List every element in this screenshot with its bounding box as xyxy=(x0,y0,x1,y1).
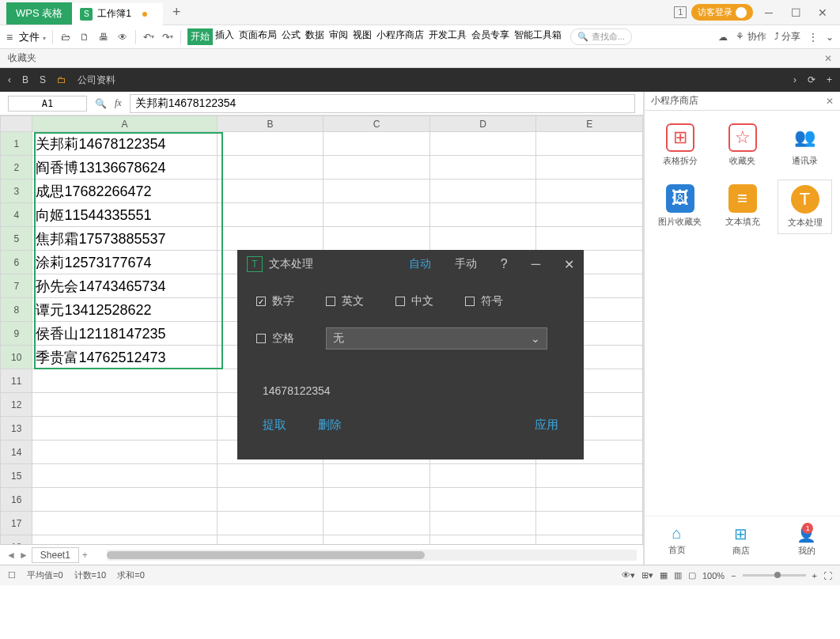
new-tab-button[interactable]: + xyxy=(172,4,181,21)
maximize-button[interactable]: ☐ xyxy=(785,2,807,24)
row-header[interactable]: 5 xyxy=(1,227,32,251)
zoom-out-icon[interactable]: − xyxy=(731,571,736,580)
row-header[interactable]: 15 xyxy=(1,464,32,488)
view-page-icon[interactable]: ▥ xyxy=(674,570,682,580)
add-sheet-icon[interactable]: + xyxy=(82,550,88,561)
bottom-mine[interactable]: 👤1我的 xyxy=(796,524,816,557)
tile-split[interactable]: ⊞表格拆分 xyxy=(653,119,707,172)
ribbon-smart[interactable]: 智能工具箱 xyxy=(512,28,564,45)
cell[interactable]: 阎香博13136678624 xyxy=(32,156,217,180)
apply-button[interactable]: 应用 xyxy=(535,418,558,433)
pages-icon[interactable]: 1 xyxy=(674,6,687,18)
share-button[interactable]: ⤴ 分享 xyxy=(774,30,800,43)
checkbox-english[interactable]: 英文 xyxy=(326,294,364,308)
file-menu[interactable]: 文件 ▾ xyxy=(19,30,46,44)
collab-button[interactable]: ⚘ 协作 xyxy=(736,30,766,43)
row-header[interactable]: 11 xyxy=(1,369,32,393)
cell[interactable]: 向姬11544335551 xyxy=(32,203,217,227)
bottom-store[interactable]: ⊞商店 xyxy=(732,524,750,557)
bottom-home[interactable]: ⌂首页 xyxy=(668,524,686,557)
ribbon-start[interactable]: 开始 xyxy=(187,28,213,45)
checkbox-chinese[interactable]: 中文 xyxy=(395,294,433,308)
zoom-slider[interactable] xyxy=(743,574,806,577)
cell[interactable]: 焦邦霜17573885537 xyxy=(32,227,217,251)
ribbon-store[interactable]: 小程序商店 xyxy=(374,28,426,45)
tile-text-process[interactable]: T文本处理 xyxy=(778,180,832,234)
row-header[interactable]: 12 xyxy=(1,393,32,417)
workbook-tab[interactable]: S 工作簿1 xyxy=(72,3,163,25)
ribbon-review[interactable]: 审阅 xyxy=(327,28,350,45)
tile-text-fill[interactable]: ≡文本填充 xyxy=(715,180,770,234)
nav-refresh-icon[interactable]: ⟳ xyxy=(808,74,815,85)
row-header[interactable]: 13 xyxy=(1,417,32,440)
view-break-icon[interactable]: ▢ xyxy=(688,570,696,580)
print-icon[interactable]: 🖶 xyxy=(97,31,110,43)
nav-folder[interactable]: 公司资料 xyxy=(78,74,115,87)
nav-forward-icon[interactable]: › xyxy=(793,74,796,85)
zoom-in-icon[interactable]: + xyxy=(812,571,817,580)
cell[interactable]: 侯香山12118147235 xyxy=(32,322,217,346)
checkbox-number[interactable]: 数字 xyxy=(256,294,294,308)
fullscreen-icon[interactable]: ⛶ xyxy=(823,571,832,580)
cloud-icon[interactable]: ☁ xyxy=(718,32,728,43)
cell[interactable]: 谭元13412528622 xyxy=(32,298,217,322)
cell[interactable]: 成思17682266472 xyxy=(32,180,217,203)
row-header[interactable]: 14 xyxy=(1,440,32,464)
horizontal-scrollbar[interactable] xyxy=(107,550,637,561)
popup-minimize-icon[interactable]: ─ xyxy=(532,257,540,271)
save-icon[interactable]: 🗋 xyxy=(78,31,91,43)
col-header-a[interactable]: A xyxy=(32,116,217,132)
checkbox-space[interactable]: 空格 xyxy=(256,331,294,346)
cell-reference[interactable]: A1 xyxy=(8,96,87,112)
zoom-level[interactable]: 100% xyxy=(702,571,725,580)
row-header[interactable]: 6 xyxy=(1,251,32,274)
more-icon[interactable]: ⋮ xyxy=(808,32,818,43)
ribbon-dev[interactable]: 开发工具 xyxy=(426,28,469,45)
redo-icon[interactable]: ↷▾ xyxy=(161,31,174,43)
search-box[interactable]: 🔍 查找命... xyxy=(570,28,632,45)
row-header[interactable]: 9 xyxy=(1,322,32,346)
row-header[interactable]: 17 xyxy=(1,512,32,535)
help-icon[interactable]: ? xyxy=(501,257,508,271)
side-close-icon[interactable]: ✕ xyxy=(826,96,834,107)
menu-icon[interactable]: ≡ xyxy=(6,31,13,43)
cell[interactable]: 涂莉12573177674 xyxy=(32,251,217,274)
preview-icon[interactable]: 👁 xyxy=(116,31,129,43)
sheet-next-icon[interactable]: ► xyxy=(19,550,28,561)
collapse-ribbon-icon[interactable]: ⌄ xyxy=(826,32,834,43)
space-select[interactable]: 无⌄ xyxy=(326,327,547,350)
ribbon-view[interactable]: 视图 xyxy=(350,28,374,45)
delete-button[interactable]: 删除 xyxy=(318,418,342,433)
tile-contacts[interactable]: 👥通讯录 xyxy=(778,119,832,172)
favorites-close-icon[interactable]: ✕ xyxy=(824,53,832,64)
row-header[interactable]: 16 xyxy=(1,488,32,512)
select-all-corner[interactable] xyxy=(1,116,32,132)
ribbon-formula[interactable]: 公式 xyxy=(279,28,303,45)
ribbon-data[interactable]: 数据 xyxy=(303,28,327,45)
col-header-c[interactable]: C xyxy=(324,116,430,132)
col-header-b[interactable]: B xyxy=(217,116,324,132)
popup-tab-auto[interactable]: 自动 xyxy=(409,257,431,271)
cell[interactable]: 孙先会14743465734 xyxy=(32,274,217,298)
row-header[interactable]: 4 xyxy=(1,203,32,227)
ribbon-vip[interactable]: 会员专享 xyxy=(469,28,512,45)
row-header[interactable]: 8 xyxy=(1,298,32,322)
row-header[interactable]: 1 xyxy=(1,132,32,156)
fx-label[interactable]: fx xyxy=(115,97,122,109)
cell[interactable]: 关邦莉14678122354 xyxy=(32,132,217,156)
ribbon-insert[interactable]: 插入 xyxy=(213,28,236,45)
sheet-tab[interactable]: Sheet1 xyxy=(32,547,79,563)
checkbox-symbol[interactable]: 符号 xyxy=(465,294,503,308)
tile-favorites[interactable]: ☆收藏夹 xyxy=(715,119,770,172)
undo-icon[interactable]: ↶▾ xyxy=(142,31,155,43)
nav-add-icon[interactable]: + xyxy=(827,74,832,85)
open-icon[interactable]: 🗁 xyxy=(59,31,72,43)
col-header-e[interactable]: E xyxy=(536,116,643,132)
formula-input[interactable]: 关邦莉14678122354 xyxy=(130,94,635,113)
eye-icon[interactable]: 👁▾ xyxy=(622,570,635,580)
row-header[interactable]: 2 xyxy=(1,156,32,180)
row-header[interactable]: 18 xyxy=(1,535,32,545)
row-header[interactable]: 3 xyxy=(1,180,32,203)
row-header[interactable]: 10 xyxy=(1,346,32,369)
record-icon[interactable]: ☐ xyxy=(8,570,16,580)
